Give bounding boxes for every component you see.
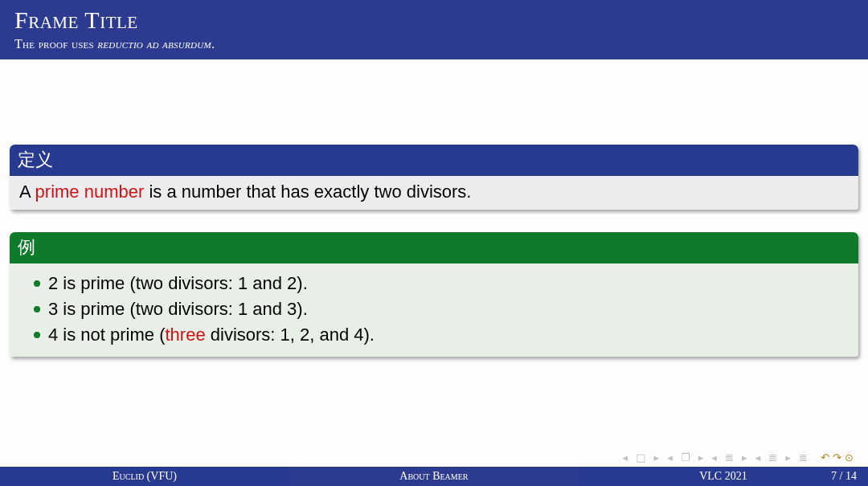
definition-alert-text: prime number: [35, 182, 145, 202]
footline-title-text: About Beamer: [399, 470, 468, 483]
item-text-prefix: 4 is not prime (: [48, 325, 166, 345]
subtitle-italic: reductio ad absurdum: [97, 37, 211, 51]
definition-text-suffix: is a number that has exactly two divisor…: [144, 182, 471, 202]
item-text-suffix: divisors: 1, 2, and 4).: [206, 325, 375, 345]
definition-text-prefix: A: [19, 182, 35, 202]
footline-title: About Beamer: [289, 467, 579, 486]
footline-date-text: VLC 2021: [699, 470, 747, 483]
example-list: 2 is prime (two divisors: 1 and 2). 3 is…: [19, 269, 849, 349]
list-item: 3 is prime (two divisors: 1 and 3).: [34, 296, 849, 322]
content-area: 定义 A prime number is a number that has e…: [0, 145, 868, 357]
nav-undo-group[interactable]: ↶ ↷ ⊙: [816, 451, 854, 464]
footline-date: VLC 2021 7 / 14: [579, 467, 868, 486]
frame-title: Frame Title: [14, 6, 854, 34]
footline-author-text: Euclid (VFU): [113, 470, 177, 483]
frame-subtitle: The proof uses reductio ad absurdum.: [14, 37, 854, 51]
footline: Euclid (VFU) About Beamer VLC 2021 7 / 1…: [0, 467, 868, 486]
subtitle-prefix: The proof uses: [14, 37, 97, 51]
example-block: 例 2 is prime (two divisors: 1 and 2). 3 …: [10, 232, 858, 357]
item-text: 2 is prime (two divisors: 1 and 2).: [48, 273, 308, 293]
nav-symbol-group[interactable]: ◂ □ ▸ ◂ ❐ ▸ ◂ ≣ ▸ ◂ ≣ ▸ ≣: [623, 451, 810, 464]
definition-title: 定义: [10, 145, 858, 176]
definition-body: A prime number is a number that has exac…: [10, 176, 858, 210]
item-alert-text: three: [166, 325, 206, 345]
spacer: [10, 210, 858, 226]
definition-block: 定义 A prime number is a number that has e…: [10, 145, 858, 210]
navigation-symbols[interactable]: ◂ □ ▸ ◂ ❐ ▸ ◂ ≣ ▸ ◂ ≣ ▸ ≣ ↶ ↷ ⊙: [623, 451, 854, 464]
subtitle-suffix: .: [211, 37, 215, 51]
example-body: 2 is prime (two divisors: 1 and 2). 3 is…: [10, 263, 858, 357]
list-item: 4 is not prime (three divisors: 1, 2, an…: [34, 322, 849, 348]
spacer: [0, 59, 868, 138]
item-text: 3 is prime (two divisors: 1 and 3).: [48, 299, 308, 319]
frame-header: Frame Title The proof uses reductio ad a…: [0, 0, 868, 59]
footline-author: Euclid (VFU): [0, 467, 289, 486]
list-item: 2 is prime (two divisors: 1 and 2).: [34, 271, 849, 296]
example-title: 例: [10, 232, 858, 263]
footline-page: 7 / 14: [831, 470, 857, 483]
